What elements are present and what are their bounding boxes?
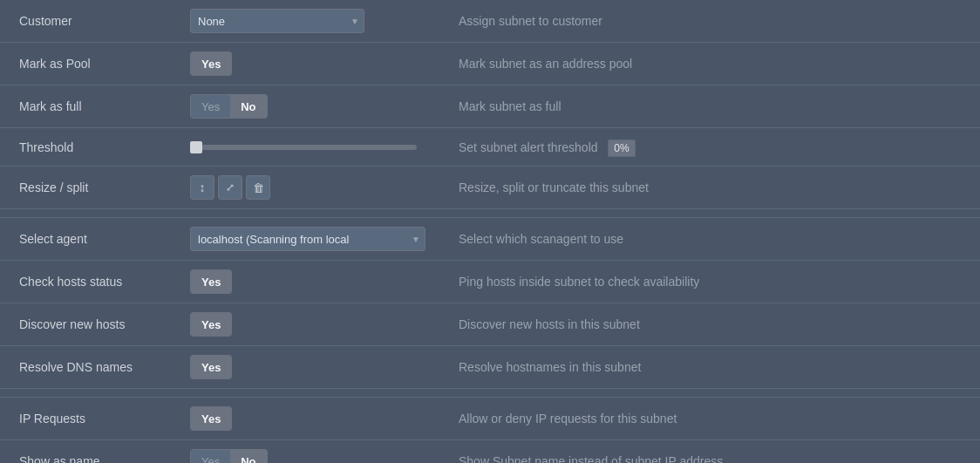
check-hosts-status-toggle: Yes xyxy=(190,269,232,294)
customer-row: Customer None Customer A Customer B Assi… xyxy=(0,0,980,43)
discover-new-hosts-toggle: Yes xyxy=(190,312,232,337)
threshold-value-badge: 0% xyxy=(608,140,635,157)
customer-description: Assign subnet to customer xyxy=(445,10,980,31)
select-agent-label: Select agent xyxy=(0,228,183,249)
ip-requests-description: Allow or deny IP requests for this subne… xyxy=(445,408,980,429)
resize-split-description: Resize, split or truncate this subnet xyxy=(445,177,980,198)
show-as-name-no-btn[interactable]: No xyxy=(230,450,266,463)
delete-button[interactable]: 🗑 xyxy=(246,175,270,200)
mark-as-full-control: Yes No xyxy=(183,91,445,122)
ip-requests-control: Yes xyxy=(183,403,445,434)
customer-control: None Customer A Customer B xyxy=(183,5,445,37)
check-hosts-status-yes-btn[interactable]: Yes xyxy=(191,270,231,293)
customer-select-wrapper: None Customer A Customer B xyxy=(190,9,364,33)
divider-1 xyxy=(0,209,980,218)
mark-as-pool-yes-btn[interactable]: Yes xyxy=(191,52,231,75)
select-agent-control: localhost (Scanning from local Remote Ag… xyxy=(183,223,445,255)
threshold-description: Set subnet alert threshold 0% xyxy=(445,137,980,158)
resize-split-label: Resize / split xyxy=(0,177,183,198)
check-hosts-status-control: Yes xyxy=(183,266,445,297)
mark-as-full-yes-btn[interactable]: Yes xyxy=(191,95,230,118)
resize-split-btn-group: ↕ ⤢ 🗑 xyxy=(190,175,438,200)
select-agent-row: Select agent localhost (Scanning from lo… xyxy=(0,218,980,261)
mark-as-pool-label: Mark as Pool xyxy=(0,53,183,74)
show-as-name-description: Show Subnet name instead of subnet IP ad… xyxy=(445,451,980,463)
ip-requests-toggle: Yes xyxy=(190,406,232,431)
check-hosts-status-label: Check hosts status xyxy=(0,271,183,292)
mark-as-full-no-btn[interactable]: No xyxy=(230,95,266,118)
resolve-dns-names-row: Resolve DNS names Yes Resolve hostnames … xyxy=(0,346,980,389)
divider-2 xyxy=(0,389,980,398)
ip-requests-yes-btn[interactable]: Yes xyxy=(191,407,231,430)
discover-new-hosts-row: Discover new hosts Yes Discover new host… xyxy=(0,303,980,346)
select-agent-select[interactable]: localhost (Scanning from local Remote Ag… xyxy=(190,227,425,251)
threshold-description-text: Set subnet alert threshold xyxy=(459,140,598,154)
resize-split-row: Resize / split ↕ ⤢ 🗑 Resize, split or tr… xyxy=(0,167,980,209)
select-agent-select-wrapper: localhost (Scanning from local Remote Ag… xyxy=(190,227,425,251)
resolve-dns-names-yes-btn[interactable]: Yes xyxy=(191,356,231,378)
show-as-name-yes-btn[interactable]: Yes xyxy=(191,450,230,463)
resolve-dns-names-control: Yes xyxy=(183,351,445,383)
resolve-dns-names-description: Resolve hostnames in this subnet xyxy=(445,357,980,378)
customer-select[interactable]: None Customer A Customer B xyxy=(190,9,364,33)
threshold-row: Threshold Set subnet alert threshold 0% xyxy=(0,128,980,167)
show-as-name-control: Yes No xyxy=(183,446,445,463)
threshold-control xyxy=(183,141,445,153)
resize-button[interactable]: ↕ xyxy=(190,175,214,200)
discover-new-hosts-yes-btn[interactable]: Yes xyxy=(191,313,231,336)
discover-new-hosts-description: Discover new hosts in this subnet xyxy=(445,314,980,335)
select-agent-description: Select which scanagent to use xyxy=(445,228,980,249)
mark-as-full-label: Mark as full xyxy=(0,96,183,117)
mark-as-full-toggle: Yes No xyxy=(190,94,268,119)
threshold-label: Threshold xyxy=(0,137,183,158)
mark-as-pool-control: Yes xyxy=(183,48,445,79)
split-button[interactable]: ⤢ xyxy=(218,175,242,200)
check-hosts-status-description: Ping hosts inside subnet to check availa… xyxy=(445,271,980,292)
discover-new-hosts-control: Yes xyxy=(183,309,445,340)
resize-split-control: ↕ ⤢ 🗑 xyxy=(183,172,445,203)
customer-label: Customer xyxy=(0,10,183,31)
mark-as-full-row: Mark as full Yes No Mark subnet as full xyxy=(0,85,980,128)
show-as-name-row: Show as name Yes No Show Subnet name ins… xyxy=(0,440,980,463)
ip-requests-row: IP Requests Yes Allow or deny IP request… xyxy=(0,398,980,440)
mark-as-pool-row: Mark as Pool Yes Mark subnet as an addre… xyxy=(0,43,980,85)
resolve-dns-names-label: Resolve DNS names xyxy=(0,357,183,378)
show-as-name-label: Show as name xyxy=(0,451,183,463)
resolve-dns-names-toggle: Yes xyxy=(190,355,232,379)
threshold-slider[interactable] xyxy=(190,145,417,150)
show-as-name-toggle: Yes No xyxy=(190,449,268,463)
mark-as-pool-description: Mark subnet as an address pool xyxy=(445,53,980,74)
mark-as-pool-toggle: Yes xyxy=(190,51,232,76)
mark-as-full-description: Mark subnet as full xyxy=(445,96,980,117)
threshold-container xyxy=(190,145,438,150)
check-hosts-status-row: Check hosts status Yes Ping hosts inside… xyxy=(0,261,980,303)
discover-new-hosts-label: Discover new hosts xyxy=(0,314,183,335)
ip-requests-label: IP Requests xyxy=(0,408,183,429)
